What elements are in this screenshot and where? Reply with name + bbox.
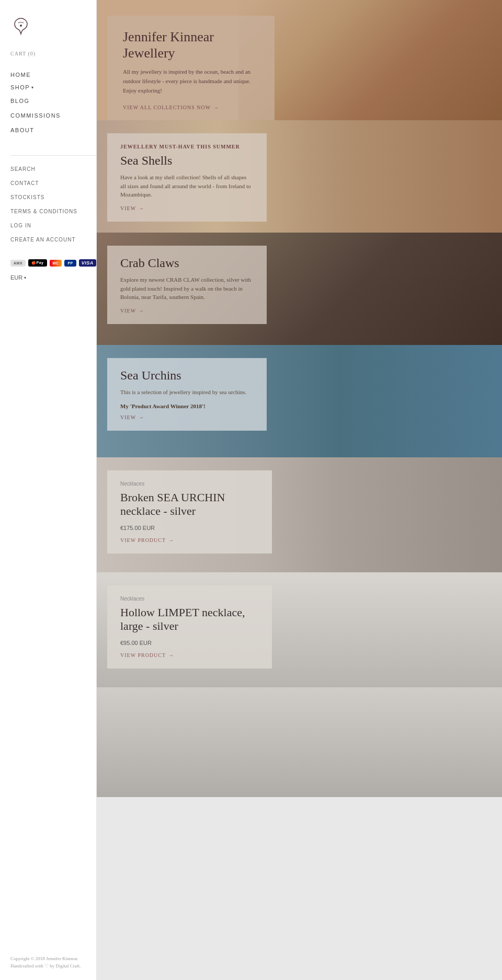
broken-urchin-arrow-icon: → — [168, 537, 174, 543]
broken-urchin-category: Necklaces — [120, 481, 259, 487]
hero-overlay: Jennifer Kinnear Jewellery All my jewell… — [107, 16, 275, 120]
visa-icon: VISA — [79, 259, 96, 267]
urchins-award: My 'Product Award Winner 2018'! — [120, 403, 254, 409]
sea-shells-section: JEWELLERY MUST-HAVE THIS SUMMER Sea Shel… — [97, 120, 502, 233]
urchins-title: Sea Urchins — [120, 368, 254, 383]
limpet-arrow-icon: → — [168, 652, 174, 658]
limpet-price: €95.00 EUR — [120, 640, 259, 646]
shells-view-link[interactable]: VIEW → — [120, 205, 254, 211]
hero-section: Jennifer Kinnear Jewellery All my jewell… — [97, 0, 502, 120]
nav-stockists[interactable]: STOCKISTS — [10, 194, 45, 200]
main-content: Jennifer Kinnear Jewellery All my jewell… — [97, 0, 502, 980]
shells-arrow-icon: → — [139, 205, 144, 211]
broken-urchin-price: €175.00 EUR — [120, 525, 259, 531]
svg-point-0 — [20, 25, 22, 27]
limpet-view-link[interactable]: VIEW PRODUCT → — [120, 652, 259, 658]
sea-urchins-overlay: Sea Urchins This is a selection of jewel… — [107, 358, 267, 431]
shells-title: Sea Shells — [120, 154, 254, 168]
broken-urchin-overlay: Necklaces Broken SEA URCHIN necklace - s… — [107, 470, 272, 554]
applepay-icon: 🍎Pay — [28, 259, 47, 267]
payment-icons-group: AMX 🍎Pay MC PP VISA — [10, 259, 96, 267]
secondary-nav: SEARCH CONTACT STOCKISTS TERMS & CONDITI… — [10, 164, 96, 254]
limpet-category: Necklaces — [120, 596, 259, 602]
hero-arrow-icon: → — [213, 105, 219, 110]
hero-background — [238, 0, 502, 120]
copyright-text: Copyright © 2018 Jennifer Kinnear. Handc… — [10, 955, 96, 970]
amex-icon: AMX — [10, 260, 26, 267]
shop-chevron-icon: ▾ — [31, 85, 35, 90]
nav-create-account[interactable]: Create an account — [10, 237, 76, 243]
nav-contact[interactable]: CONTACT — [10, 180, 39, 186]
mastercard-icon: MC — [50, 260, 62, 267]
paypal-icon: PP — [64, 260, 76, 267]
urchins-arrow-icon: → — [139, 414, 144, 420]
crabs-arrow-icon: → — [139, 308, 144, 314]
hollow-limpet-section: Necklaces Hollow LIMPET necklace, large … — [97, 572, 502, 687]
crabs-view-link[interactable]: VIEW → — [120, 308, 254, 314]
shells-subtitle: JEWELLERY MUST-HAVE THIS SUMMER — [120, 144, 254, 149]
crabs-title: Crab Claws — [120, 256, 254, 270]
crab-claws-section: Crab Claws Explore my newest CRAB CLAW c… — [97, 233, 502, 345]
limpet-overlay: Necklaces Hollow LIMPET necklace, large … — [107, 585, 272, 668]
hero-description: All my jewellery is inspired by the ocea… — [123, 67, 259, 95]
nav-blog[interactable]: BLOG — [10, 98, 30, 104]
broken-urchin-title: Broken SEA URCHIN necklace - silver — [120, 491, 259, 518]
nav-home[interactable]: HOME — [10, 72, 31, 78]
limpet-title: Hollow LIMPET necklace, large - silver — [120, 606, 259, 633]
primary-nav: HOME SHOP ▾ BLOG COMMISSIONS ABOUT — [10, 70, 96, 147]
sea-urchins-section: Sea Urchins This is a selection of jewel… — [97, 345, 502, 457]
nav-search[interactable]: SEARCH — [10, 166, 36, 172]
site-logo — [10, 16, 96, 40]
urchins-description: This is a selection of jewellery inspire… — [120, 388, 254, 397]
nav-login[interactable]: Log in — [10, 223, 31, 228]
hero-cta-link[interactable]: VIEW ALL COLLECTIONS NOW → — [123, 105, 259, 110]
crabs-description: Explore my newest CRAB CLAW collection, … — [120, 275, 254, 302]
nav-about[interactable]: ABOUT — [10, 127, 34, 133]
currency-chevron-icon: ▾ — [24, 275, 26, 280]
cart-link[interactable]: CART (0) — [10, 51, 96, 56]
nav-shop[interactable]: SHOP ▾ — [10, 84, 96, 90]
sea-shells-overlay: JEWELLERY MUST-HAVE THIS SUMMER Sea Shel… — [107, 133, 267, 222]
sidebar: CART (0) HOME SHOP ▾ BLOG COMMISSIONS AB… — [0, 0, 97, 980]
nav-commissions[interactable]: COMMISSIONS — [10, 112, 61, 119]
crab-claws-overlay: Crab Claws Explore my newest CRAB CLAW c… — [107, 246, 267, 324]
currency-selector[interactable]: EUR ▾ — [10, 274, 96, 281]
nav-terms[interactable]: TERMS & CONDITIONS — [10, 209, 77, 214]
nav-divider — [10, 155, 96, 156]
hero-title: Jennifer Kinnear Jewellery — [123, 29, 259, 61]
broken-sea-urchin-section: Necklaces Broken SEA URCHIN necklace - s… — [97, 457, 502, 572]
broken-urchin-view-link[interactable]: VIEW PRODUCT → — [120, 537, 259, 543]
bottom-section — [97, 687, 502, 797]
urchins-view-link[interactable]: VIEW → — [120, 414, 254, 420]
shells-description: Have a look at my shell collection! Shel… — [120, 173, 254, 199]
